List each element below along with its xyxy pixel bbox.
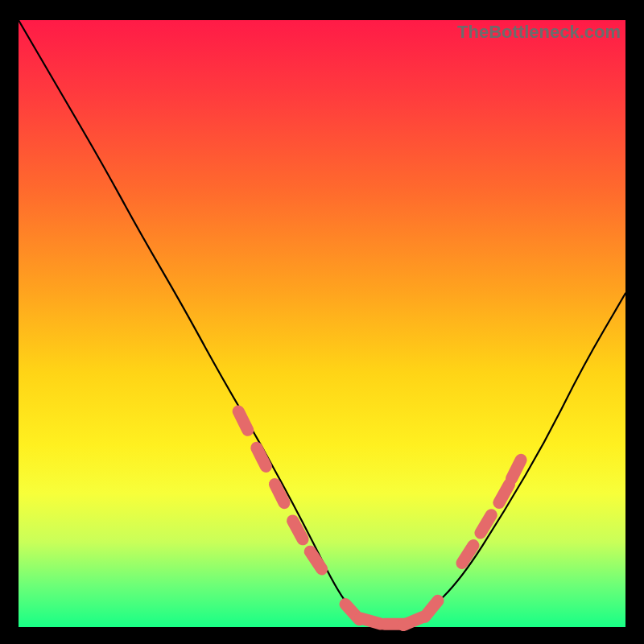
chart-frame: TheBottleneck.com	[19, 20, 625, 627]
marker-dash	[293, 521, 303, 539]
marker-dash	[238, 411, 248, 430]
marker-dash	[275, 485, 284, 503]
marker-dash	[499, 485, 510, 503]
marker-dash	[425, 601, 439, 617]
watermark-text: TheBottleneck.com	[457, 22, 621, 43]
marker-dash	[512, 460, 522, 478]
marker-dash	[257, 448, 266, 466]
marker-dash	[361, 618, 381, 624]
chart-svg	[19, 20, 625, 627]
marker-group	[238, 411, 521, 625]
marker-dash	[481, 515, 491, 533]
bottleneck-curve-path	[19, 20, 625, 627]
marker-dash	[310, 551, 322, 569]
